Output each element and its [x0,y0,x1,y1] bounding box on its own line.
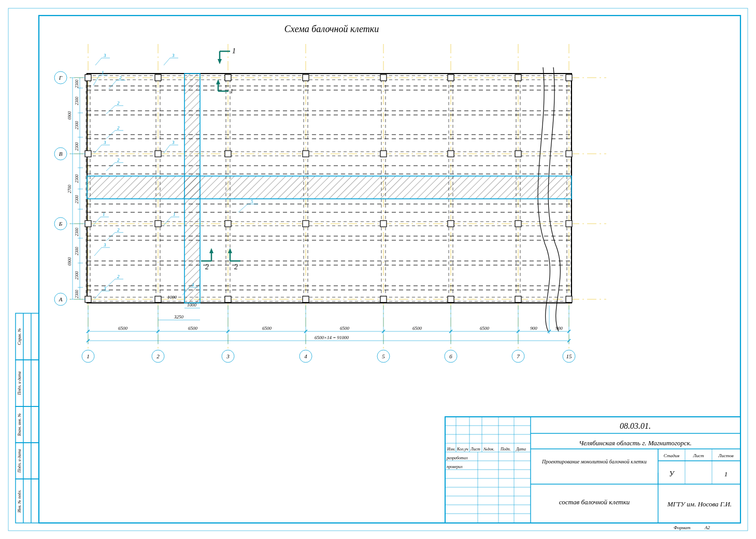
svg-text:А2: А2 [704,525,710,530]
svg-text:1: 1 [102,70,104,75]
svg-text:2: 2 [156,353,160,359]
svg-text:1: 1 [232,47,236,55]
svg-text:5: 5 [382,353,385,359]
svg-text:А: А [59,296,63,302]
svg-rect-83 [515,296,521,302]
svg-text:3: 3 [103,140,106,145]
svg-text:Лист: Лист [470,447,480,451]
svg-line-143 [94,247,102,256]
svg-text:900: 900 [555,326,563,331]
svg-rect-71 [225,221,231,227]
svg-text:3250: 3250 [174,314,184,319]
svg-rect-76 [566,221,572,227]
svg-text:3: 3 [172,53,175,58]
svg-text:Лист: Лист [692,453,704,458]
svg-text:6500: 6500 [118,326,128,331]
svg-rect-77 [85,296,91,302]
svg-rect-79 [225,296,231,302]
dimensions-left: 6900 2700 6900 2300 2300 2300 2300 2300 … [67,78,85,299]
svg-rect-58 [448,75,454,81]
svg-text:1: 1 [230,88,233,95]
svg-rect-73 [380,221,387,227]
svg-rect-56 [303,75,309,81]
svg-rect-65 [380,151,387,157]
svg-line-137 [164,217,171,225]
svg-text:2300: 2300 [75,142,79,151]
svg-line-107 [95,58,102,65]
svg-text:разработал: разработал [446,456,468,460]
svg-text:Челябинская область г. Магнито: Челябинская область г. Магнитогорск. [579,439,692,447]
svg-text:МГТУ им. Носова Г.И.: МГТУ им. Носова Г.И. [667,500,732,508]
svg-text:1: 1 [103,212,105,217]
svg-text:Кол.уч: Кол.уч [457,447,468,451]
binding-strip: Инв. № подл. Подп. и дата Взам. инв. № П… [16,313,39,523]
svg-text:2300: 2300 [75,195,79,203]
svg-text:2: 2 [117,227,120,232]
svg-text:Подп.: Подп. [500,447,511,451]
svg-text:2: 2 [117,157,120,163]
svg-rect-69 [85,221,91,227]
svg-line-119 [94,145,102,153]
svg-line-131 [238,204,248,212]
svg-rect-66 [448,151,454,157]
svg-rect-64 [303,151,309,157]
svg-text:6500×14 = 91000: 6500×14 = 91000 [315,335,349,340]
svg-rect-60 [566,75,572,81]
title-block: Изм. Кол.уч Лист №док. Подп. Дата разраб… [445,417,740,530]
svg-rect-70 [155,221,161,227]
svg-line-104 [109,80,117,89]
svg-line-113 [106,106,115,114]
svg-text:1: 1 [724,470,728,478]
svg-text:2: 2 [234,263,238,271]
svg-text:В: В [59,151,63,157]
svg-text:1: 1 [87,353,90,359]
axis-bubbles-bottom: 1 2 3 4 5 6 7 15 [82,350,575,362]
svg-line-146 [106,279,115,287]
svg-text:900: 900 [530,326,537,331]
svg-marker-99 [228,248,232,253]
svg-line-122 [164,145,170,153]
svg-text:Взам. инв. №: Взам. инв. № [17,413,22,436]
svg-text:2300: 2300 [75,121,79,129]
svg-text:Изм.: Изм. [447,447,455,451]
svg-text:6900: 6900 [67,257,72,266]
axis-bubbles-left: Г В Б А [54,71,67,305]
svg-rect-62 [155,151,161,157]
svg-text:3: 3 [103,286,106,291]
svg-text:6500: 6500 [340,326,350,331]
svg-text:6500: 6500 [262,326,272,331]
svg-text:2300: 2300 [75,290,79,298]
svg-rect-67 [515,151,521,157]
svg-line-125 [106,163,115,171]
svg-rect-63 [225,151,231,157]
svg-text:2: 2 [119,75,122,80]
svg-text:4: 4 [192,282,194,287]
svg-rect-75 [515,221,521,227]
svg-text:У: У [669,470,675,478]
svg-text:4: 4 [304,353,307,359]
svg-text:2: 2 [117,125,120,130]
svg-text:№док.: №док. [483,447,494,451]
svg-rect-72 [303,221,309,227]
svg-text:Подп. и дата: Подп. и дата [17,371,22,396]
svg-rect-54 [155,75,161,81]
svg-text:Листов: Листов [718,453,734,458]
drawing-title: Схема балочной клетки [284,24,379,34]
svg-marker-87 [218,59,222,64]
svg-text:3: 3 [103,242,106,247]
axis-grid [57,44,606,355]
svg-rect-61 [85,151,91,157]
svg-text:6500: 6500 [480,326,490,331]
svg-text:2300: 2300 [75,247,79,255]
svg-rect-55 [225,75,231,81]
section-mark-2-bottom: 2 2 [201,248,240,271]
svg-rect-82 [448,296,454,302]
svg-text:1000: 1000 [187,302,197,308]
svg-marker-95 [209,248,213,253]
svg-text:1000: 1000 [167,295,177,300]
svg-text:Проектирование монолитной бало: Проектирование монолитной балочной клетк… [541,459,647,464]
svg-marker-91 [216,79,220,84]
svg-line-110 [164,58,170,65]
svg-text:3: 3 [103,53,106,58]
svg-text:15: 15 [566,353,573,359]
